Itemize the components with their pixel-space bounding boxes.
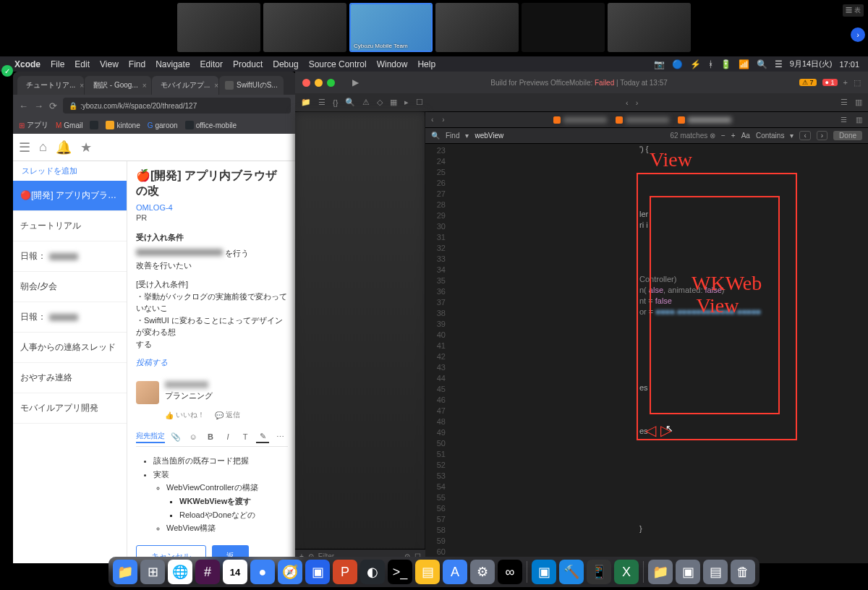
tab-nav-back[interactable]: ‹ — [431, 116, 433, 124]
chrome-tab-3[interactable]: モバイルアプ...× — [152, 76, 218, 95]
editor-tab-2[interactable] — [616, 116, 669, 124]
bookmark-gmail[interactable]: MGmail — [56, 121, 82, 129]
menu-source-control[interactable]: Source Control — [309, 59, 367, 69]
library-icon[interactable]: ⬚ — [854, 78, 861, 87]
video-settings-button[interactable]: ☰ 表 — [843, 4, 864, 17]
app-name[interactable]: Xcode — [14, 59, 41, 69]
editor-layout-icon-2[interactable]: ▥ — [856, 116, 862, 124]
emoji-tool[interactable]: ☺ — [187, 430, 200, 443]
editor-options-icon[interactable]: ☰ — [841, 98, 848, 107]
menu-find[interactable]: Find — [129, 59, 145, 69]
find-done-button[interactable]: Done — [833, 131, 862, 140]
find-contains[interactable]: Contains — [756, 132, 784, 140]
dock-launchpad[interactable]: ⊞ — [140, 560, 165, 584]
nav-tree-icon[interactable]: ☰ — [318, 98, 326, 107]
forward-icon[interactable]: › — [636, 98, 639, 107]
camera-icon[interactable]: 📷 — [654, 59, 665, 69]
code-area[interactable]: 2324252627282930313233343536373839404142… — [425, 144, 868, 563]
video-tile-1[interactable] — [177, 3, 260, 52]
editor-tab-1[interactable] — [553, 116, 607, 124]
address-bar[interactable]: 🔒:ybozu.com/k/#/space/20/thread/127 — [63, 98, 291, 114]
back-button[interactable]: ← — [19, 101, 28, 111]
find-mode[interactable]: Find — [446, 132, 459, 140]
status-icon-1[interactable]: ⚡ — [690, 59, 701, 69]
find-next[interactable]: › — [817, 131, 827, 140]
bluetooth-icon[interactable]: ᚼ — [708, 59, 713, 69]
dock-zoom[interactable]: ▣ — [305, 560, 330, 584]
dock-calendar[interactable]: 14 — [223, 560, 247, 584]
error-badge[interactable]: ● 1 — [822, 79, 838, 86]
bookmark-garoon[interactable]: Ggaroon — [148, 121, 178, 129]
chrome-tab-2[interactable]: 翻訳 - Goog...× — [85, 76, 151, 95]
italic-tool[interactable]: I — [221, 430, 234, 443]
sidebar-item-tutorial[interactable]: チュートリアル — [13, 211, 127, 241]
sidebar-item-vacation[interactable]: おやすみ連絡 — [13, 363, 127, 393]
find-prev[interactable]: ‹ — [799, 131, 810, 140]
xcode-navigator[interactable]: + ⊙ ⊙ ☐ — [295, 112, 425, 563]
minimize-button[interactable] — [315, 79, 323, 87]
dock-cybozu[interactable]: ∞ — [498, 560, 522, 584]
video-tile-2[interactable] — [263, 3, 346, 52]
dock-folder2[interactable]: ▣ — [676, 560, 700, 584]
dock-safari[interactable]: 🧭 — [278, 560, 302, 584]
dock-folder3[interactable]: ▤ — [703, 560, 728, 584]
menu-view[interactable]: View — [100, 59, 119, 69]
sidebar-item-report2[interactable]: 日報： — [13, 302, 127, 333]
menu-product[interactable]: Product — [233, 59, 263, 69]
sidebar-item-dev-browser[interactable]: 🔴[開発] アプリ内ブラ… — [13, 181, 127, 211]
dock-terminal[interactable]: >_ — [388, 560, 412, 584]
find-plus[interactable]: + — [731, 132, 736, 140]
bookmark-apps[interactable]: ⊞アプリ — [19, 120, 48, 130]
nav-report-icon[interactable]: ☐ — [416, 98, 423, 107]
dock-app1[interactable]: ● — [250, 560, 275, 584]
run-button[interactable]: ▶ — [352, 77, 359, 87]
find-arrow2-icon[interactable]: ▾ — [790, 132, 793, 140]
post-link[interactable]: 投稿する — [136, 357, 288, 368]
dock-powerpoint[interactable]: P — [333, 560, 357, 584]
menu-debug[interactable]: Debug — [273, 59, 298, 69]
add-thread-link[interactable]: スレッドを追加 — [13, 161, 127, 181]
nav-folder-icon[interactable]: 📁 — [301, 98, 311, 107]
dock-simulator[interactable]: 📱 — [587, 560, 611, 584]
dock-github[interactable]: ◐ — [360, 560, 385, 584]
dock-xcode[interactable]: 🔨 — [559, 560, 584, 584]
menu-navigate[interactable]: Navigate — [156, 59, 190, 69]
dock-vscode[interactable]: ▣ — [532, 560, 556, 584]
bookmark-github[interactable] — [90, 121, 98, 129]
editor-tab-3[interactable] — [678, 116, 731, 124]
reload-button[interactable]: ⟳ — [49, 101, 57, 111]
menubar-time[interactable]: 17:01 — [839, 60, 859, 69]
zoom-status-icon[interactable]: 🔵 — [672, 59, 683, 69]
video-next-button[interactable]: › — [851, 27, 865, 42]
dock-chrome[interactable]: 🌐 — [168, 560, 192, 584]
more-tool[interactable]: ⋯ — [273, 430, 286, 443]
find-input[interactable] — [475, 132, 664, 140]
find-case[interactable]: Aa — [741, 132, 750, 140]
attach-tool[interactable]: 📎 — [169, 430, 182, 443]
sidebar-item-hr[interactable]: 人事からの連絡スレッド — [13, 333, 127, 363]
chrome-tab-1[interactable]: チュートリア...× — [17, 76, 84, 95]
nav-breakpoint-icon[interactable]: ▸ — [404, 98, 409, 107]
security-shield-icon[interactable]: ✓ — [1, 65, 13, 77]
dock-finder[interactable]: 📁 — [113, 560, 137, 584]
menu-edit[interactable]: Edit — [75, 59, 90, 69]
video-tile-6[interactable] — [608, 3, 691, 52]
video-tile-5[interactable] — [522, 3, 605, 52]
close-icon[interactable]: × — [214, 82, 218, 90]
nav-symbol-icon[interactable]: {} — [333, 98, 338, 107]
nav-search-icon[interactable]: 🔍 — [345, 98, 355, 107]
task-list[interactable]: 該当箇所の既存コード把握 実装 WebViewControllerの構築 WKW… — [136, 454, 288, 535]
sidebar-item-report1[interactable]: 日報： — [13, 241, 127, 272]
menu-help[interactable]: Help — [417, 59, 435, 69]
video-tile-4[interactable] — [435, 3, 519, 52]
battery-icon[interactable]: 🔋 — [720, 59, 731, 69]
search-icon[interactable]: 🔍 — [757, 59, 767, 69]
wifi-icon[interactable]: 📶 — [739, 59, 749, 69]
dock-notes[interactable]: ▤ — [415, 560, 440, 584]
sidebar-item-meeting[interactable]: 朝会/夕会 — [13, 272, 127, 302]
editor-layout-icon-1[interactable]: ☰ — [841, 116, 847, 124]
dock-slack[interactable]: # — [195, 560, 220, 584]
forward-button[interactable]: → — [34, 101, 43, 111]
pencil-tool[interactable]: ✎ — [256, 430, 269, 443]
control-center-icon[interactable]: ☰ — [775, 59, 783, 69]
